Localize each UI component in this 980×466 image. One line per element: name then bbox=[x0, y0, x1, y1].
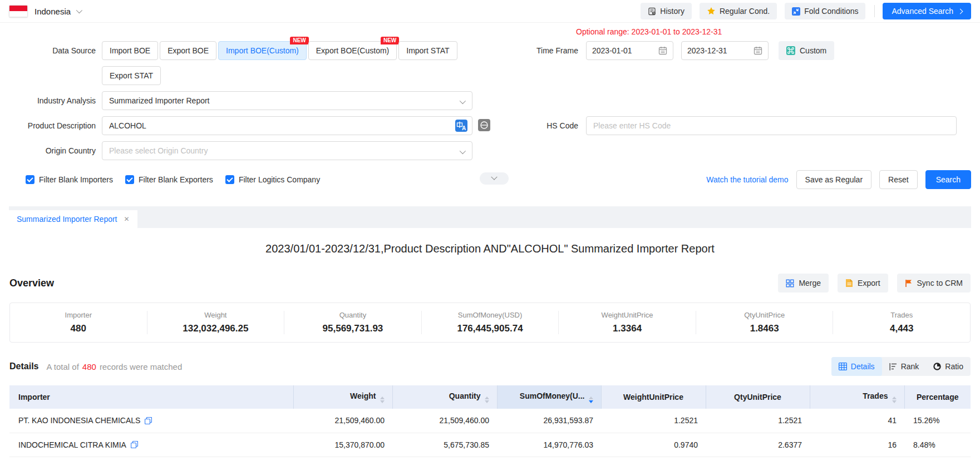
checkbox-checked-icon[interactable] bbox=[125, 175, 134, 184]
importer-name[interactable]: PT. KAO INDONESIA CHEMICALS bbox=[18, 416, 140, 425]
report-content: 2023/01/01-2023/12/31,Product Descriptio… bbox=[0, 242, 980, 457]
hs-code-label: HS Code bbox=[496, 121, 578, 130]
optional-range-hint: Optional range: 2023-01-01 to 2023-12-31 bbox=[576, 27, 722, 36]
close-icon[interactable]: ✕ bbox=[124, 215, 130, 223]
col-weight[interactable]: Weight bbox=[293, 385, 392, 409]
search-form: Optional range: 2023-01-01 to 2023-12-31… bbox=[0, 23, 980, 228]
regular-cond-button[interactable]: Regular Cond. bbox=[700, 3, 777, 19]
checkbox-checked-icon[interactable] bbox=[26, 175, 35, 184]
data-source-import-boe-custom[interactable]: Import BOE(Custom) NEW bbox=[218, 41, 307, 60]
view-switcher: Details Rank Ratio bbox=[831, 357, 971, 376]
col-importer[interactable]: Importer bbox=[9, 385, 293, 409]
chevron-down-icon bbox=[491, 174, 497, 180]
merge-button[interactable]: Merge bbox=[778, 274, 829, 293]
industry-analysis-label: Industry Analysis bbox=[9, 96, 96, 105]
filter-blank-exporters-checkbox[interactable]: Filter Blank Exporters bbox=[125, 175, 213, 184]
top-bar: Indonesia History Regular Cond. Fold Con… bbox=[0, 0, 980, 23]
flag-icon bbox=[905, 279, 913, 287]
indonesia-flag-icon bbox=[9, 5, 28, 17]
data-source-export-boe[interactable]: Export BOE bbox=[160, 41, 216, 60]
history-icon bbox=[648, 7, 656, 16]
view-ratio-button[interactable]: Ratio bbox=[926, 357, 971, 376]
origin-country-label: Origin Country bbox=[9, 146, 96, 155]
tab-summarized-importer-report[interactable]: Summarized Importer Report ✕ bbox=[9, 210, 137, 228]
divider bbox=[874, 5, 875, 17]
custom-icon bbox=[786, 46, 795, 55]
col-trades[interactable]: Trades bbox=[810, 385, 904, 409]
col-percentage[interactable]: Percentage bbox=[904, 385, 971, 409]
importer-name[interactable]: INDOCHEMICAL CITRA KIMIA bbox=[18, 440, 126, 449]
translate-icon: A bbox=[455, 120, 467, 132]
sort-icon[interactable] bbox=[485, 396, 489, 403]
synonym-button[interactable] bbox=[478, 119, 490, 133]
sort-icon[interactable] bbox=[892, 396, 897, 403]
importer-table: Importer Weight Quantity SumOfMoney(U...… bbox=[9, 385, 971, 457]
details-heading: Details bbox=[9, 361, 38, 371]
date-to-input[interactable] bbox=[681, 41, 769, 60]
table-header-row: Importer Weight Quantity SumOfMoney(U...… bbox=[9, 385, 971, 409]
rank-icon bbox=[889, 363, 897, 370]
data-source-options: Import BOE Export BOE Import BOE(Custom)… bbox=[102, 41, 472, 60]
data-source-export-stat[interactable]: Export STAT bbox=[102, 66, 161, 85]
filter-blank-importers-checkbox[interactable]: Filter Blank Importers bbox=[26, 175, 113, 184]
company-copy-icon[interactable] bbox=[131, 441, 138, 448]
translate-button[interactable]: A bbox=[455, 120, 467, 133]
merge-icon bbox=[786, 279, 794, 287]
star-icon bbox=[707, 7, 716, 16]
stat-weight-unit-price: WeightUnitPrice 1.3364 bbox=[559, 311, 696, 334]
chevron-down-icon bbox=[460, 148, 466, 154]
new-badge: NEW bbox=[290, 37, 308, 44]
pie-chart-icon bbox=[933, 363, 941, 370]
fold-conditions-button[interactable]: Fold Conditions bbox=[785, 3, 865, 19]
calendar-icon bbox=[658, 46, 667, 55]
sync-to-crm-button[interactable]: Sync to CRM bbox=[897, 274, 971, 293]
country-selector-label[interactable]: Indonesia bbox=[35, 7, 71, 16]
history-button[interactable]: History bbox=[641, 3, 692, 19]
data-source-export-boe-custom[interactable]: Export BOE(Custom) NEW bbox=[308, 41, 397, 60]
data-source-label: Data Source bbox=[9, 46, 96, 55]
synonym-icon bbox=[478, 119, 490, 131]
chevron-down-icon[interactable] bbox=[76, 7, 82, 13]
collapse-conditions-button[interactable] bbox=[480, 172, 509, 185]
export-button[interactable]: Export bbox=[838, 274, 888, 293]
view-rank-button[interactable]: Rank bbox=[882, 357, 927, 376]
stat-importer: Importer 480 bbox=[10, 311, 147, 334]
stat-qty-unit-price: QtyUnitPrice 1.8463 bbox=[696, 311, 834, 334]
checkbox-checked-icon[interactable] bbox=[225, 175, 234, 184]
product-description-input[interactable]: A bbox=[102, 116, 472, 135]
product-description-label: Product Description bbox=[9, 121, 96, 130]
sort-icon[interactable] bbox=[380, 396, 385, 403]
col-weight-unit-price[interactable]: WeightUnitPrice bbox=[601, 385, 706, 409]
stat-weight: Weight 132,032,496.25 bbox=[147, 311, 285, 334]
company-copy-icon[interactable] bbox=[145, 417, 152, 424]
report-title: 2023/01/01-2023/12/31,Product Descriptio… bbox=[9, 242, 971, 255]
data-source-import-boe[interactable]: Import BOE bbox=[102, 41, 158, 60]
tab-bar: Summarized Importer Report ✕ bbox=[9, 206, 971, 228]
save-as-regular-button[interactable]: Save as Regular bbox=[796, 170, 872, 189]
col-qty-unit-price[interactable]: QtyUnitPrice bbox=[706, 385, 810, 409]
search-button[interactable]: Search bbox=[925, 170, 971, 189]
data-source-import-stat[interactable]: Import STAT bbox=[398, 41, 457, 60]
sort-icon-active[interactable] bbox=[589, 396, 593, 403]
matched-records-text: A total of480records were matched bbox=[46, 362, 182, 371]
reset-button[interactable]: Reset bbox=[879, 170, 918, 189]
col-sum-of-money[interactable]: SumOfMoney(U... bbox=[497, 385, 601, 409]
new-badge: NEW bbox=[381, 37, 399, 44]
stat-quantity: Quantity 95,569,731.93 bbox=[284, 311, 422, 334]
calendar-icon bbox=[754, 46, 762, 55]
custom-range-button[interactable]: Custom bbox=[779, 41, 834, 60]
fold-icon bbox=[792, 7, 800, 16]
industry-analysis-select[interactable]: Summarized Importer Report bbox=[102, 91, 472, 110]
hs-code-input[interactable] bbox=[586, 116, 957, 135]
filter-logitics-company-checkbox[interactable]: Filter Logitics Company bbox=[225, 175, 320, 184]
advanced-search-button[interactable]: Advanced Search bbox=[883, 3, 971, 19]
origin-country-select[interactable]: Please select Origin Country bbox=[102, 141, 472, 160]
view-details-button[interactable]: Details bbox=[831, 357, 882, 376]
col-quantity[interactable]: Quantity bbox=[392, 385, 497, 409]
table-row: INDOCHEMICAL CITRA KIMIA 15,370,870.00 5… bbox=[9, 433, 971, 457]
date-from-input[interactable] bbox=[586, 41, 673, 60]
table-icon bbox=[839, 363, 847, 370]
overview-stats-card: Importer 480 Weight 132,032,496.25 Quant… bbox=[9, 303, 971, 343]
tutorial-demo-link[interactable]: Watch the tutorial demo bbox=[706, 175, 788, 184]
table-row: PT. KAO INDONESIA CHEMICALS 21,509,460.0… bbox=[9, 409, 971, 433]
